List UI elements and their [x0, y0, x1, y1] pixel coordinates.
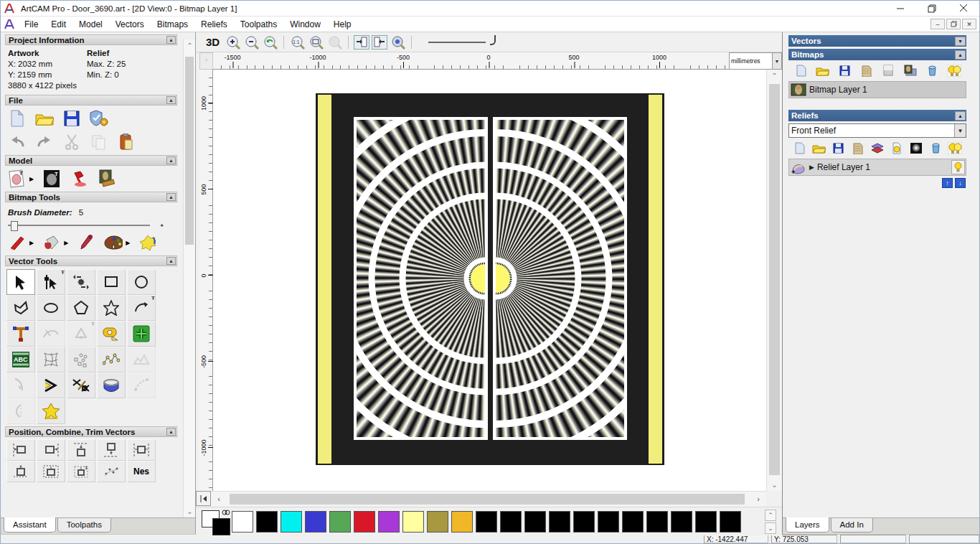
layer-visibility-button[interactable] — [951, 160, 965, 174]
menu-window[interactable]: Window — [283, 18, 327, 31]
scrollbar-thumb[interactable] — [230, 494, 745, 505]
paste-along-curve-tool[interactable] — [127, 321, 156, 347]
menu-toolpaths[interactable]: Toolpaths — [234, 18, 283, 31]
palette-swatch[interactable] — [232, 511, 253, 533]
delete-layer-icon[interactable] — [921, 63, 943, 78]
paint-icon[interactable] — [8, 233, 27, 252]
collapse-button[interactable]: ▲ — [166, 428, 176, 436]
palette-swatch[interactable] — [281, 511, 302, 533]
save-relief-layer-icon[interactable] — [829, 141, 848, 155]
flyout-arrow[interactable]: ▶ — [126, 240, 130, 246]
relief-layer-row[interactable]: + ▶ Relief Layer 1 — [788, 159, 966, 176]
menu-help[interactable]: Help — [327, 18, 358, 31]
create-star-tool[interactable] — [97, 295, 126, 321]
create-polyline-tool[interactable] — [6, 295, 35, 321]
scroll-left-arrow[interactable]: ‹ — [212, 492, 225, 507]
block-copy-tool[interactable] — [67, 347, 95, 372]
secondary-colour-swatch[interactable] — [212, 518, 230, 535]
close-button[interactable] — [948, 1, 979, 17]
scroll-corner-button[interactable] — [196, 491, 211, 506]
active-relief-combo[interactable]: Front Relief ▼ — [788, 123, 966, 138]
toggle-vector-view-button[interactable] — [372, 35, 387, 50]
redo-icon[interactable] — [35, 133, 54, 151]
collapse-button[interactable]: ▲ — [166, 193, 176, 201]
model-wizard-icon[interactable] — [90, 109, 108, 128]
new-model-icon[interactable] — [8, 109, 27, 128]
dimension-tool[interactable] — [97, 321, 126, 347]
greyscale-preview-icon[interactable] — [907, 141, 926, 155]
mdi-close-button[interactable]: ✕ — [962, 19, 976, 29]
pick-colour-icon[interactable] — [77, 233, 95, 252]
wrap-vectors-tool[interactable] — [37, 398, 65, 424]
palette-swatch[interactable] — [720, 511, 741, 533]
paste-icon[interactable] — [117, 133, 136, 151]
create-rectangle-tool[interactable] — [97, 269, 126, 295]
menu-bitmaps[interactable]: Bitmaps — [151, 18, 194, 31]
assistant-scrollbar[interactable]: ⌃ ⌄ — [183, 39, 195, 517]
palette-swatch[interactable] — [622, 511, 644, 533]
zoom-out-icon[interactable] — [243, 34, 260, 50]
zoom-objects-icon[interactable] — [326, 34, 343, 50]
undo-icon[interactable] — [8, 133, 27, 151]
zoom-fit-icon[interactable] — [308, 34, 324, 50]
scrollbar-thumb[interactable] — [185, 57, 194, 245]
zoom-previous-icon[interactable] — [262, 34, 278, 50]
flyout-arrow[interactable]: ▶ — [29, 176, 34, 182]
drawing-area[interactable] — [213, 70, 767, 491]
units-combo[interactable]: millimetres ▼ — [729, 52, 782, 70]
palette-swatch[interactable] — [378, 511, 400, 533]
collapse-button[interactable]: ▲ — [166, 36, 176, 44]
palette-swatch[interactable] — [573, 511, 595, 533]
transfer-layer-icon[interactable] — [856, 63, 878, 78]
create-polygon-tool[interactable] — [67, 295, 95, 321]
expand-arrow-icon[interactable]: ▶ — [809, 164, 814, 171]
ruler-origin-button[interactable]: ⁘ — [199, 52, 213, 70]
scroll-up-arrow[interactable]: ⌃ — [184, 39, 196, 52]
reduce-colours-icon[interactable] — [138, 233, 157, 252]
palette-scroll-up[interactable]: ⌃ — [765, 510, 776, 521]
brush-diameter-slider[interactable]: ✦ — [8, 221, 170, 230]
fit-arcs-tool[interactable] — [6, 372, 35, 398]
add-texture-icon[interactable] — [97, 169, 116, 188]
copy-icon[interactable] — [90, 133, 108, 151]
palette-swatch[interactable] — [598, 511, 619, 533]
flood-fill-icon[interactable] — [42, 233, 61, 252]
tab-layers[interactable]: Layers — [786, 517, 829, 533]
create-ellipse-tool[interactable] — [37, 295, 65, 321]
open-bitmap-layer-icon[interactable] — [812, 63, 834, 78]
bitmap-thumbnail-icon[interactable] — [900, 63, 922, 78]
adjust-model-icon[interactable]: T — [42, 169, 61, 188]
scroll-up-arrow[interactable]: ⌃ — [767, 70, 782, 82]
save-model-icon[interactable] — [62, 109, 81, 128]
envelope-distort-tool[interactable] — [37, 347, 65, 372]
wrap-text-tool[interactable] — [37, 321, 65, 347]
mirror-vectors-tool[interactable] — [6, 398, 35, 424]
palette-swatch[interactable] — [671, 511, 692, 533]
layer-lightbulb-icon[interactable] — [887, 141, 907, 155]
node-editing-tool[interactable]: Ŧ — [37, 269, 65, 295]
scatter-copy-tool[interactable] — [97, 461, 126, 482]
scroll-down-arrow[interactable]: ⌄ — [767, 479, 782, 491]
flyout-arrow[interactable]: ▶ — [29, 240, 34, 246]
menu-reliefs[interactable]: Reliefs — [194, 18, 234, 31]
palette-swatch[interactable] — [695, 511, 717, 533]
scroll-down-arrow[interactable]: ⌄ — [184, 505, 196, 517]
transfer-layer-icon[interactable] — [848, 141, 867, 155]
transform-tool[interactable] — [67, 269, 95, 295]
toggle-bitmap-view-button[interactable] — [354, 35, 369, 50]
menu-file[interactable]: File — [18, 18, 44, 31]
preview-relief-icon[interactable] — [390, 34, 406, 50]
select-tool[interactable] — [6, 269, 35, 295]
palette-scroll-down[interactable]: ⌄ — [765, 522, 776, 534]
cut-icon[interactable] — [62, 133, 81, 151]
mdi-minimize-button[interactable]: – — [930, 19, 945, 29]
palette-swatch[interactable] — [305, 511, 326, 533]
slider-handle[interactable] — [490, 35, 496, 45]
collapse-button[interactable]: ▲ — [955, 111, 966, 121]
slider-knob[interactable] — [11, 221, 18, 231]
link-colours-icon[interactable] — [222, 510, 230, 515]
palette-swatch[interactable] — [500, 511, 522, 533]
fade-vectors-tool[interactable] — [127, 347, 156, 372]
zoom-in-icon[interactable] — [225, 34, 241, 50]
bitmap-layer-row[interactable]: Bitmap Layer 1 — [788, 81, 966, 98]
